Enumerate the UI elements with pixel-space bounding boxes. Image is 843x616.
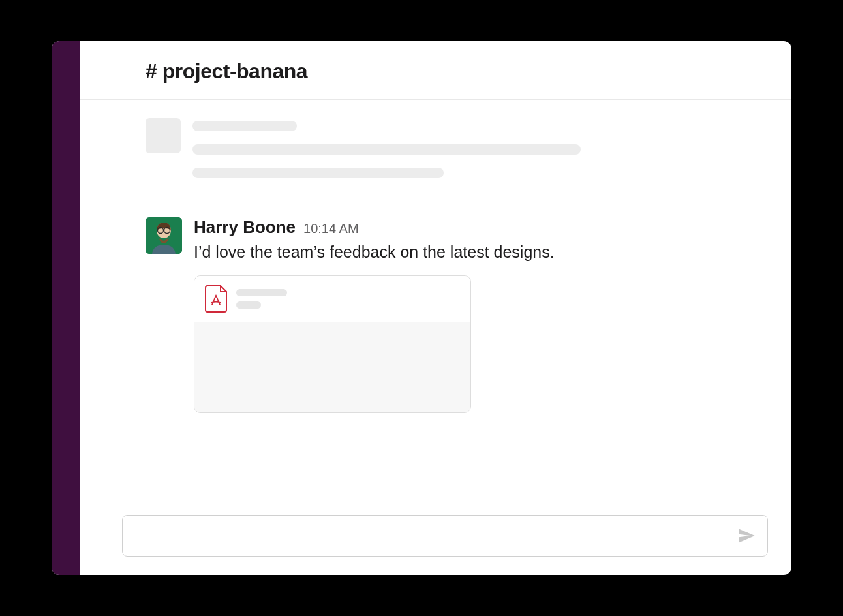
message-item: Harry Boone 10:14 AM I’d love the team’s… [104, 217, 768, 413]
placeholder-line [192, 121, 297, 131]
placeholder-message [104, 118, 768, 191]
avatar[interactable] [146, 217, 182, 254]
channel-header: # project-banana [80, 41, 791, 100]
message-list: Harry Boone 10:14 AM I’d love the team’s… [80, 100, 791, 504]
attachment-header [194, 276, 470, 322]
message-composer[interactable] [122, 515, 768, 557]
message-text: I’d love the team’s feedback on the late… [194, 240, 768, 264]
chat-window: # project-banana [52, 41, 791, 575]
message-body: Harry Boone 10:14 AM I’d love the team’s… [194, 217, 768, 413]
channel-hash: # [146, 59, 162, 83]
attachment-size-placeholder [236, 301, 261, 309]
placeholder-lines [192, 118, 768, 191]
message-header: Harry Boone 10:14 AM [194, 217, 768, 238]
send-icon[interactable] [737, 527, 756, 545]
attachment-preview [194, 322, 470, 412]
placeholder-avatar [146, 118, 181, 153]
message-input[interactable] [134, 529, 737, 543]
channel-title-text: project-banana [162, 59, 307, 83]
pdf-icon [205, 285, 227, 313]
channel-name[interactable]: # project-banana [146, 59, 768, 84]
placeholder-line [192, 144, 581, 155]
file-attachment[interactable] [194, 275, 471, 413]
sidebar [52, 41, 80, 575]
message-author[interactable]: Harry Boone [194, 217, 296, 238]
placeholder-line [192, 168, 444, 178]
message-timestamp: 10:14 AM [303, 221, 359, 236]
main-panel: # project-banana [80, 41, 791, 575]
attachment-meta [236, 289, 287, 309]
avatar-image [146, 217, 182, 254]
attachment-name-placeholder [236, 289, 287, 296]
